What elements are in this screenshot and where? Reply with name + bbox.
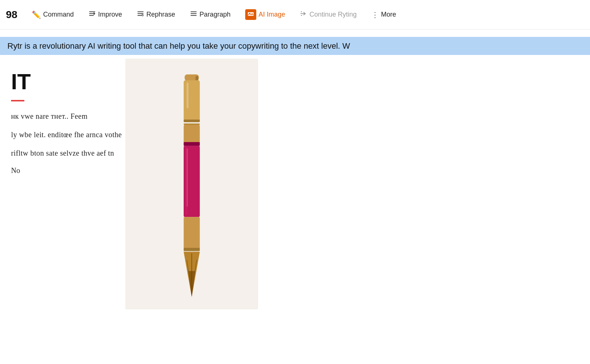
svg-rect-26 — [184, 248, 200, 251]
svg-rect-25 — [184, 217, 200, 249]
content-area: Rytr is a revolutionary AI writing tool … — [0, 30, 590, 364]
svg-rect-20 — [184, 124, 200, 125]
rephrase-button[interactable]: 5 Rephrase — [130, 6, 182, 23]
command-button[interactable]: ✏️ Command — [25, 7, 80, 23]
improve-button[interactable]: Improve — [82, 6, 129, 23]
toolbar: 98 ✏️ Command Improve 5 Rephrase — [0, 0, 590, 30]
rephrase-label: Rephrase — [146, 11, 175, 18]
svg-rect-22 — [184, 142, 200, 146]
improve-label: Improve — [98, 11, 122, 18]
svg-rect-32 — [187, 83, 188, 108]
command-label: Command — [43, 11, 74, 18]
svg-rect-19 — [184, 119, 200, 122]
svg-rect-33 — [187, 149, 188, 207]
rephrase-icon: 5 — [137, 10, 144, 19]
ai-image-box — [125, 59, 258, 309]
selected-text-highlight: Rytr is a revolutionary AI writing tool … — [0, 37, 590, 55]
paragraph-icon — [190, 10, 197, 19]
paragraph-label: Paragraph — [199, 11, 230, 18]
document-area: IT нк vwe nare тнет.. Feem ly wbe leit. … — [0, 55, 590, 332]
paragraph-button[interactable]: Paragraph — [183, 6, 237, 23]
svg-rect-18 — [184, 80, 200, 122]
ai-image-icon — [245, 9, 256, 20]
more-dots-icon: ⋮ — [371, 10, 379, 19]
ai-image-button[interactable]: AI Image — [239, 6, 292, 24]
improve-icon — [88, 10, 96, 19]
selected-text: Rytr is a revolutionary AI writing tool … — [7, 40, 350, 52]
pen-illustration — [125, 59, 258, 309]
svg-rect-21 — [184, 125, 200, 144]
command-icon: ✏️ — [32, 10, 41, 19]
continue-ryting-button[interactable]: Continue Ryting — [293, 6, 363, 23]
ai-image-label: AI Image — [258, 11, 285, 18]
svg-text:5: 5 — [142, 13, 144, 17]
pen-svg — [166, 71, 218, 297]
more-button[interactable]: ⋮ More — [365, 7, 403, 23]
doc-red-divider — [11, 100, 24, 101]
score-badge: 98 — [6, 9, 21, 21]
continue-label: Continue Ryting — [309, 11, 357, 18]
more-label: More — [381, 11, 396, 18]
continue-icon — [300, 10, 307, 19]
